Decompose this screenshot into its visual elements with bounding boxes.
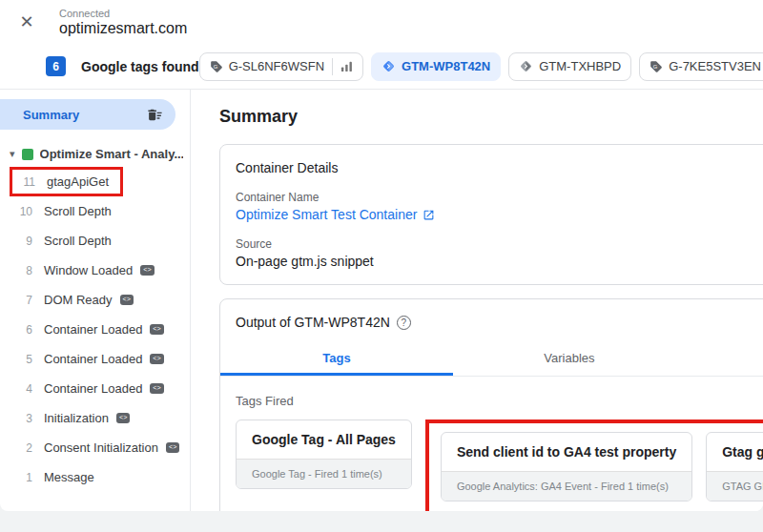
event-label: Consent Initialization bbox=[44, 440, 158, 455]
event-label: Scroll Depth bbox=[44, 204, 112, 218]
tag-chip-gtm-wp8t42n[interactable]: GTM-WP8T42N bbox=[371, 52, 501, 81]
event-number: 2 bbox=[15, 441, 32, 455]
field-label: Container Name bbox=[236, 191, 763, 204]
output-card: Output of GTM-WP8T42N ? Tags Variables D… bbox=[219, 298, 763, 511]
event-item[interactable]: 8 Window Loaded <> bbox=[0, 256, 190, 285]
signal-bars-icon[interactable] bbox=[340, 60, 353, 72]
tag-card-subtitle: Google Tag - Fired 1 time(s) bbox=[237, 459, 411, 488]
output-title: Output of GTM-WP8T42N bbox=[236, 315, 390, 330]
sidebar-item-summary[interactable]: Summary bbox=[0, 99, 175, 130]
tag-chips: G G-SL6NF6WSFN GTM-WP8T42N GTM-TXHBPD G bbox=[199, 52, 763, 81]
tab-tags[interactable]: Tags bbox=[220, 343, 453, 376]
fired-tag-card-gtag-get-api[interactable]: Gtag get api GTAG GET API - Fired 1 time… bbox=[706, 432, 763, 501]
tag-chip-g-sl6nf6wsfn[interactable]: G G-SL6NF6WSFN bbox=[199, 52, 363, 81]
event-item[interactable]: 2 Consent Initialization <> bbox=[0, 433, 190, 462]
event-item[interactable]: 10 Scroll Depth bbox=[0, 196, 190, 226]
annotation-red-box: Send client id to GA4 test property Goog… bbox=[425, 419, 763, 511]
tab-variables[interactable]: Variables bbox=[453, 343, 686, 376]
fired-tags-row: Google Tag - All Pages Google Tag - Fire… bbox=[236, 419, 763, 511]
container-details-title: Container Details bbox=[236, 160, 763, 175]
tags-fired-label: Tags Fired bbox=[236, 394, 763, 408]
help-icon[interactable]: ? bbox=[397, 316, 411, 330]
svg-text:G: G bbox=[214, 64, 218, 70]
svg-text:G: G bbox=[653, 64, 658, 70]
code-icon: <> bbox=[116, 413, 130, 423]
page-title: Summary bbox=[219, 107, 763, 127]
event-number: 7 bbox=[15, 294, 32, 307]
event-item[interactable]: 6 Container Loaded <> bbox=[0, 315, 190, 344]
event-label: Message bbox=[44, 470, 94, 484]
event-number: 3 bbox=[15, 412, 32, 425]
code-icon: <> bbox=[150, 383, 163, 394]
container-name-link[interactable]: Optimize Smart Test Container bbox=[236, 207, 417, 222]
event-label: Window Loaded bbox=[44, 263, 133, 277]
tag-card-title: Google Tag - All Pages bbox=[237, 420, 411, 459]
field-label: Source bbox=[236, 237, 763, 251]
code-icon: <> bbox=[120, 295, 134, 305]
field-container-name: Container Name Optimize Smart Test Conta… bbox=[236, 191, 763, 222]
event-label: Scroll Depth bbox=[44, 234, 112, 248]
close-icon[interactable]: ✕ bbox=[15, 10, 38, 33]
event-item-gtagapiget[interactable]: 11 gtagApiGet bbox=[0, 167, 190, 196]
event-list: 11 gtagApiGet 10 Scroll Depth 9 Scroll D… bbox=[0, 167, 190, 492]
event-item[interactable]: 1 Message bbox=[0, 462, 190, 492]
event-label: Initialization bbox=[44, 411, 109, 425]
event-number: 4 bbox=[15, 382, 32, 396]
tag-chip-gtm-txhbpd[interactable]: GTM-TXHBPD bbox=[508, 52, 631, 81]
event-item[interactable]: 9 Scroll Depth bbox=[0, 226, 190, 256]
event-number: 9 bbox=[15, 235, 32, 248]
container-group-row[interactable]: ▾ Optimize Smart - Analy... bbox=[10, 147, 190, 161]
code-icon: <> bbox=[166, 442, 179, 453]
code-icon: <> bbox=[150, 324, 163, 335]
summary-sidebar: Summary ▾ Optimize Smart - Analy... 11 g… bbox=[0, 90, 191, 511]
tag-card-subtitle: GTAG GET API - Fired 1 time(s) bbox=[707, 471, 763, 501]
output-tabs: Tags Variables Data Layer bbox=[220, 343, 763, 377]
event-label: DOM Ready bbox=[44, 293, 113, 307]
code-icon: <> bbox=[150, 354, 163, 364]
tags-found-label: Google tags found bbox=[81, 59, 199, 74]
event-label: Container Loaded bbox=[44, 322, 142, 337]
tag-chip-g-7ke5stv3en[interactable]: G G-7KE5STV3EN bbox=[639, 52, 763, 81]
event-number: 10 bbox=[15, 205, 32, 218]
field-source: Source On-page gtm.js snippet bbox=[236, 237, 763, 269]
event-item[interactable]: 3 Initialization <> bbox=[0, 403, 190, 433]
chip-label: GTM-WP8T42N bbox=[402, 59, 490, 73]
event-item[interactable]: 5 Container Loaded <> bbox=[0, 344, 190, 374]
content-area: Summary ▾ Optimize Smart - Analy... 11 g… bbox=[0, 90, 763, 532]
tab-data-layer[interactable]: Data Layer bbox=[686, 343, 763, 376]
connection-header: ✕ Connected optimizesmart.com bbox=[0, 0, 763, 44]
event-number: 5 bbox=[15, 353, 32, 366]
gtm-diamond-icon bbox=[382, 59, 396, 73]
chip-label: G-7KE5STV3EN bbox=[669, 59, 761, 73]
code-icon: <> bbox=[140, 265, 154, 276]
summary-label: Summary bbox=[23, 108, 79, 122]
ga4-tag-icon: G bbox=[210, 60, 223, 73]
container-status-icon bbox=[22, 149, 33, 160]
container-group-label: Optimize Smart - Analy... bbox=[40, 147, 183, 161]
tag-card-title: Send client id to GA4 test property bbox=[442, 433, 691, 471]
annotation-red-box: 11 gtagApiGet bbox=[10, 167, 123, 196]
clear-messages-icon[interactable] bbox=[147, 107, 163, 123]
fired-tag-card-google-tag[interactable]: Google Tag - All Pages Google Tag - Fire… bbox=[236, 419, 412, 489]
chip-divider bbox=[332, 58, 333, 75]
gtm-diamond-icon bbox=[519, 59, 533, 73]
event-label: Container Loaded bbox=[44, 381, 142, 396]
event-item[interactable]: 7 DOM Ready <> bbox=[0, 285, 190, 315]
main-panel: Summary ▾ Optimize Smart - Analy... 11 g… bbox=[0, 90, 763, 511]
container-details-card: Container Details Container Name Optimiz… bbox=[219, 144, 763, 285]
tag-card-title: Gtag get api bbox=[707, 433, 763, 471]
chip-label: G-SL6NF6WSFN bbox=[229, 59, 324, 73]
fired-tag-card-send-client-id[interactable]: Send client id to GA4 test property Goog… bbox=[441, 432, 692, 501]
connection-info: Connected optimizesmart.com bbox=[59, 6, 187, 37]
connected-label: Connected bbox=[59, 8, 187, 20]
event-label: gtagApiGet bbox=[47, 174, 109, 189]
event-label: Container Loaded bbox=[44, 352, 142, 366]
chip-label: GTM-TXHBPD bbox=[539, 59, 621, 73]
google-tags-bar: 6 Google tags found G G-SL6NF6WSFN GTM-W… bbox=[0, 44, 763, 90]
external-link-icon[interactable] bbox=[423, 209, 435, 221]
event-item[interactable]: 4 Container Loaded <> bbox=[0, 374, 190, 403]
tag-card-subtitle: Google Analytics: GA4 Event - Fired 1 ti… bbox=[442, 471, 691, 501]
summary-main: Summary Container Details Container Name… bbox=[191, 90, 763, 511]
collapse-arrow-icon[interactable]: ▾ bbox=[10, 148, 15, 160]
tags-count-badge: 6 bbox=[46, 56, 66, 76]
